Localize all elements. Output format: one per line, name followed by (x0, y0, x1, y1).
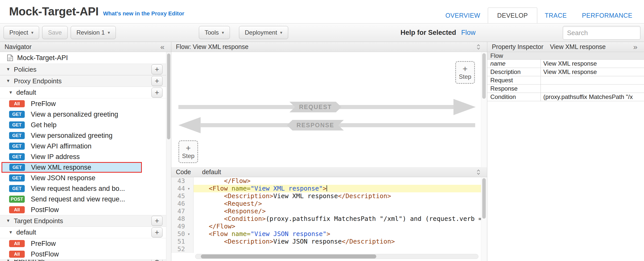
tab-develop[interactable]: DEVELOP (488, 8, 537, 23)
line-gutter: 50▾ (171, 230, 194, 238)
code-line-45[interactable]: 45 <Description>View XML response</Descr… (171, 192, 487, 200)
editor-panel: Flow: View XML response + Step REQUEST R… (171, 42, 487, 261)
help-flow-link[interactable]: Flow (461, 29, 476, 37)
tab-performance[interactable]: PERFORMANCE (574, 8, 640, 23)
nav-subsection-default[interactable]: ▼default+ (0, 227, 166, 238)
navigator-scrollbar[interactable] (166, 52, 171, 261)
nav-item-view-json-response[interactable]: GETView JSON response (0, 173, 166, 183)
tab-overview[interactable]: OVERVIEW (438, 8, 488, 23)
code-line-50[interactable]: 50▾ <Flow name="View JSON response"> (171, 230, 487, 238)
nav-item-postflow[interactable]: AllPostFlow (0, 204, 166, 215)
code-line-47[interactable]: 47 <Response/> (171, 207, 487, 215)
line-number: 52 (171, 245, 185, 253)
flow-panel-header: Flow: View XML response (171, 42, 487, 52)
panel-resize-icon[interactable] (476, 169, 481, 176)
add-step-button-bottom[interactable]: + Step (178, 140, 198, 163)
nav-item-preflow[interactable]: AllPreFlow (0, 238, 166, 249)
disclosure-triangle-icon[interactable]: ▼ (9, 90, 13, 95)
save-button[interactable]: Save (42, 26, 68, 39)
code-line-51[interactable]: 51 <Description>View JSON response</Desc… (171, 238, 487, 245)
method-badge: All (9, 251, 25, 258)
scrollbar-thumb[interactable] (201, 254, 376, 258)
add-button[interactable]: + (151, 88, 163, 98)
nav-item-label: View personalized greeting (31, 132, 113, 140)
fold-spacer (185, 245, 193, 253)
code-editor[interactable]: 43 </Flow>44▾ <Flow name="View XML respo… (171, 177, 487, 261)
inspector-rows: nameView XML responseDescriptionView XML… (487, 60, 644, 101)
code-line-49[interactable]: 49 </Flow> (171, 223, 487, 230)
nav-item-view-a-personalized-greeting[interactable]: GETView a personalized greeting (0, 109, 166, 120)
method-badge: POST (9, 196, 25, 203)
main-tabs: OVERVIEW DEVELOP TRACE PERFORMANCE (438, 8, 640, 23)
document-icon (7, 54, 13, 61)
method-badge: GET (9, 164, 25, 171)
scrollbar-thumb[interactable] (482, 53, 486, 99)
code-line-44[interactable]: 44▾ <Flow name="View XML response"> (171, 185, 487, 192)
nav-item-view-api-affirmation[interactable]: GETView API affirmation (0, 141, 166, 151)
nav-item-view-personalized-greeting[interactable]: GETView personalized greeting (0, 130, 166, 141)
disclosure-triangle-icon[interactable]: ▼ (6, 79, 10, 84)
nav-item-preflow[interactable]: AllPreFlow (0, 98, 166, 109)
code-vertical-scrollbar[interactable] (481, 177, 487, 261)
property-value[interactable]: (proxy.pathsuffix MatchesPath "/x (541, 93, 644, 101)
nav-section-target-endpoints[interactable]: ▼Target Endpoints+ (0, 215, 166, 227)
disclosure-triangle-icon[interactable]: ▼ (6, 67, 10, 72)
add-button[interactable]: + (151, 64, 163, 74)
code-horizontal-scrollbar[interactable] (195, 254, 478, 259)
add-button[interactable]: + (151, 259, 163, 261)
property-value[interactable]: View XML response (541, 68, 644, 76)
nav-section-policies[interactable]: ▼Policies+ (0, 64, 166, 75)
code-line-43[interactable]: 43 </Flow> (171, 177, 487, 185)
property-value[interactable] (541, 76, 644, 84)
nav-item-view-ip-address[interactable]: GETView IP address (0, 151, 166, 162)
property-value[interactable] (541, 85, 644, 93)
plus-icon: + (186, 144, 191, 152)
disclosure-triangle-icon[interactable]: ▼ (6, 259, 10, 261)
revision-dropdown[interactable]: Revision 1 ▾ (71, 26, 116, 39)
property-value[interactable]: View XML response (541, 60, 644, 68)
code-tab[interactable]: Code (176, 168, 191, 176)
fold-arrow-icon[interactable]: ▾ (185, 230, 193, 238)
nav-item-send-request-and-view-reque[interactable]: POSTSend request and view reque... (0, 194, 166, 204)
fold-spacer (185, 177, 193, 185)
nav-item-get-help[interactable]: GETGet help (0, 120, 166, 130)
nav-item-label: PostFlow (31, 206, 59, 214)
flow-scrollbar[interactable] (481, 52, 487, 167)
flow-canvas[interactable]: + Step REQUEST RESPONSE + Step (171, 52, 487, 167)
code-line-48[interactable]: 48 <Condition>(proxy.pathsuffix MatchesP… (171, 215, 487, 223)
nav-section-label: Proxy Endpoints (14, 77, 62, 85)
add-step-button-top[interactable]: + Step (455, 61, 475, 84)
tools-dropdown[interactable]: Tools ▾ (199, 26, 230, 39)
deployment-dropdown[interactable]: Deployment ▾ (239, 26, 288, 39)
panel-resize-icon[interactable] (476, 43, 481, 50)
code-line-content: <Description>View XML response</Descript… (194, 192, 487, 200)
nav-section-resources[interactable]: ▼Resources+ (0, 259, 166, 261)
scrollbar-thumb[interactable] (167, 54, 170, 139)
fold-arrow-icon[interactable]: ▾ (185, 185, 193, 192)
nav-section-proxy-endpoints[interactable]: ▼Proxy Endpoints+ (0, 75, 166, 87)
nav-item-view-xml-response[interactable]: GETView XML response (2, 162, 142, 173)
collapse-navigator-icon[interactable]: « (160, 43, 165, 51)
scrollbar-thumb[interactable] (482, 178, 486, 219)
expand-inspector-icon[interactable]: » (633, 43, 637, 51)
code-line-52[interactable]: 52 (171, 245, 487, 253)
nav-subsection-default[interactable]: ▼default+ (0, 87, 166, 98)
disclosure-triangle-icon[interactable]: ▼ (9, 230, 13, 235)
nav-item-label: PostFlow (31, 250, 59, 258)
code-line-46[interactable]: 46 <Request/> (171, 200, 487, 207)
add-button[interactable]: + (151, 216, 163, 226)
add-button[interactable]: + (151, 76, 163, 86)
property-row-condition: Condition(proxy.pathsuffix MatchesPath "… (487, 93, 644, 101)
search-input[interactable] (563, 26, 640, 40)
disclosure-triangle-icon[interactable]: ▼ (6, 218, 10, 223)
code-line-content: <Description>View JSON response</Descrip… (194, 238, 487, 245)
nav-item-label: Get help (31, 121, 57, 129)
nav-item-postflow[interactable]: AllPostFlow (0, 249, 166, 259)
add-button[interactable]: + (151, 227, 163, 238)
tab-trace[interactable]: TRACE (537, 8, 574, 23)
project-dropdown[interactable]: Project ▾ (4, 26, 39, 39)
nav-item-view-request-headers-and-bo[interactable]: GETView request headers and bo... (0, 183, 166, 194)
line-gutter: 45 (171, 192, 194, 200)
nav-root-item[interactable]: Mock-Target-API (0, 52, 166, 64)
whats-new-link[interactable]: What's new in the Proxy Editor (103, 10, 184, 17)
